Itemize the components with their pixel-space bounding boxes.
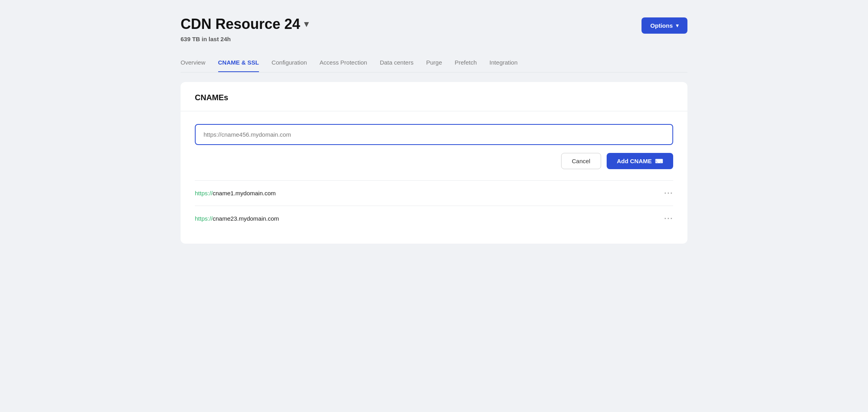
action-row: Cancel Add CNAME ⌨ — [195, 153, 673, 169]
cname-list: https://cname1.mydomain.com ··· https://… — [195, 180, 673, 231]
tab-cname-ssl[interactable]: CNAME & SSL — [218, 55, 259, 72]
domain-part-1: cname1.mydomain.com — [213, 190, 276, 196]
cname-url-2: https://cname23.mydomain.com — [195, 215, 279, 222]
cname-item: https://cname23.mydomain.com ··· — [195, 206, 673, 231]
add-cname-label: Add CNAME — [617, 158, 652, 164]
title-text: CDN Resource 24 — [181, 16, 300, 32]
https-part-1: https:// — [195, 190, 213, 196]
add-cname-button[interactable]: Add CNAME ⌨ — [607, 153, 673, 169]
options-button[interactable]: Options ▾ — [641, 17, 687, 34]
cname-item: https://cname1.mydomain.com ··· — [195, 181, 673, 206]
cnames-section-title: CNAMEs — [181, 82, 687, 111]
tab-access-protection[interactable]: Access Protection — [320, 55, 367, 72]
tab-purge[interactable]: Purge — [426, 55, 442, 72]
tab-nav: Overview CNAME & SSL Configuration Acces… — [181, 55, 687, 72]
tab-data-centers[interactable]: Data centers — [380, 55, 413, 72]
tab-prefetch[interactable]: Prefetch — [455, 55, 477, 72]
tab-integration[interactable]: Integration — [489, 55, 518, 72]
page-title: CDN Resource 24 ▾ — [181, 16, 308, 32]
key-icon: ⌨ — [655, 158, 663, 164]
options-chevron-icon: ▾ — [676, 23, 679, 29]
cname-input[interactable] — [195, 124, 673, 145]
title-chevron-icon[interactable]: ▾ — [304, 19, 308, 29]
card-body: Cancel Add CNAME ⌨ https://cname1.mydoma… — [181, 111, 687, 244]
cancel-button[interactable]: Cancel — [561, 153, 601, 169]
domain-part-2: cname23.mydomain.com — [213, 215, 279, 222]
content-card: CNAMEs Cancel Add CNAME ⌨ https://cname1… — [181, 82, 687, 244]
cname-2-menu-icon[interactable]: ··· — [664, 214, 673, 223]
cname-input-row — [195, 124, 673, 145]
cname-1-menu-icon[interactable]: ··· — [664, 189, 673, 198]
tab-overview[interactable]: Overview — [181, 55, 206, 72]
https-part-2: https:// — [195, 215, 213, 222]
subtitle: 639 TB in last 24h — [181, 36, 308, 42]
header-left: CDN Resource 24 ▾ 639 TB in last 24h — [181, 16, 308, 42]
cname-url-1: https://cname1.mydomain.com — [195, 190, 276, 196]
options-button-label: Options — [650, 22, 673, 29]
tab-configuration[interactable]: Configuration — [272, 55, 307, 72]
page-header: CDN Resource 24 ▾ 639 TB in last 24h Opt… — [181, 16, 687, 42]
